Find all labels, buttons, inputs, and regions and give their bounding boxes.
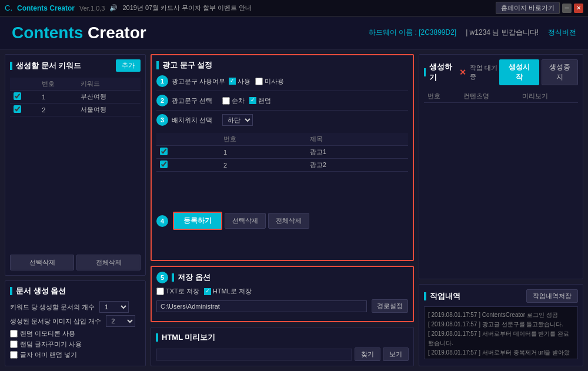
save-options-title: 저장 옵션 [172, 272, 211, 283]
ad-use-option[interactable]: 사용 [229, 77, 250, 86]
log-entry-3: [ 2019.08.01.17:57 ] 서버로부터 데이터를 받기를 완료했습… [428, 329, 574, 348]
keyword-col-no: 번호 [38, 78, 77, 91]
log-entry-4: [ 2019.08.01.17:57 ] 서버로부터 중복제거 url을 받아왔… [428, 348, 574, 359]
ad-list-table: 번호 제목 1 광고1 2 광고2 [156, 133, 408, 172]
header-logo: Contents Creator [12, 24, 146, 42]
log-entry-1: [ 2019.08.01.17:57 ] ContentsCreator 로그인… [428, 310, 574, 320]
ad-random-option[interactable]: 랜덤 [249, 96, 271, 105]
ad-usage-options: 사용 미사용 [229, 77, 284, 86]
logo-creator: Creator [83, 24, 146, 42]
log-title: 작업내역 [424, 291, 460, 302]
right-panel: 생성하기 ✕ 작업 대기중 생성시작 생성중지 번호 컨텐츠명 미리보기 [419, 54, 583, 366]
logo-contents: Contents [12, 24, 83, 42]
announcement-text: 2019년 07월 카드사 무이자 할부 이벤트 안내 [122, 4, 252, 12]
home-button[interactable]: 홈페이지 바로가기 [496, 2, 560, 14]
keyword-action-buttons: 선택삭제 전체삭제 [10, 250, 141, 270]
image-count-select[interactable]: 123 [106, 315, 135, 327]
generate-header: 생성하기 ✕ 작업 대기중 생성시작 생성중지 [424, 59, 578, 85]
ad-position-select[interactable]: 하단 상단 중간 [222, 114, 253, 126]
ad-delete-selected[interactable]: 선택삭제 [225, 213, 266, 229]
hardware-label: 하드웨어 이름 : [2C3899D2] [369, 28, 456, 38]
random-emoticon-check[interactable] [10, 330, 18, 337]
log-save-button[interactable]: 작업내역저장 [526, 289, 578, 303]
log-content: [ 2019.08.01.17:57 ] ContentsCreator 로그인… [424, 306, 578, 359]
log-section: 작업내역 작업내역저장 [ 2019.08.01.17:57 ] Content… [419, 284, 583, 366]
keywords-title: 생성할 문서 키워드 [10, 61, 81, 71]
keyword-no-1: 1 [38, 91, 77, 103]
ad-title-2: 광고2 [306, 159, 408, 172]
ad-settings-title: 광고 문구 설정 [156, 60, 408, 71]
ad-usage-row: 1 광고문구 사용여부 사용 미사용 [156, 75, 408, 91]
generate-stop-button[interactable]: 생성중지 [542, 59, 578, 85]
ad-position-row: 3 배치위치 선택 하단 상단 중간 [156, 114, 408, 129]
user-greeting: | w1234 님 반갑습니다! [466, 28, 539, 38]
license-badge: 정식버전 [548, 28, 576, 38]
table-row: 1 광고1 [156, 146, 408, 159]
gen-col-name: 컨텐츠명 [460, 90, 519, 103]
html-preview-section: HTML 미리보기 찾기 보기 [151, 327, 414, 366]
register-button[interactable]: 등록하기 [173, 212, 222, 230]
num-badge-2: 2 [156, 95, 168, 106]
html-preview-input[interactable] [156, 349, 352, 360]
titlebar-left: C. Contents Creator Ver.1,0,3 🔊 2019년 07… [5, 4, 252, 12]
generate-section: 생성하기 ✕ 작업 대기중 생성시작 생성중지 번호 컨텐츠명 미리보기 [419, 54, 583, 279]
save-html-option[interactable]: HTML로 저장 [204, 287, 252, 296]
keyword-check-2[interactable] [14, 105, 21, 113]
keyword-delete-all[interactable]: 전체삭제 [76, 255, 141, 270]
doc-options-section: 문서 생성 옵션 키워드 당 생성할 문서의 개수 123 생성된 문서당 이미… [5, 280, 146, 366]
generate-title: 생성하기 ✕ 작업 대기중 [424, 62, 499, 83]
ad-settings-section: 광고 문구 설정 1 광고문구 사용여부 사용 미사용 2 [151, 54, 414, 261]
close-button[interactable]: ✕ [574, 4, 583, 13]
ad-col-no: 번호 [220, 133, 306, 146]
add-keyword-button[interactable]: 추가 [116, 59, 141, 72]
ad-check-1[interactable] [160, 148, 168, 155]
save-path-input[interactable]: C:\Users\Administrat [156, 300, 367, 312]
html-preview-input-row: 찾기 보기 [156, 347, 409, 361]
random-font-option[interactable]: 랜덤 글자꾸미기 사용 [10, 340, 141, 349]
ad-sequential-option[interactable]: 순차 [222, 96, 245, 105]
minimize-button[interactable]: ─ [562, 4, 572, 13]
random-ending-check[interactable] [10, 351, 18, 359]
app-version: Ver.1,0,3 [79, 5, 105, 12]
random-font-check[interactable] [10, 340, 18, 348]
find-button[interactable]: 찾기 [355, 347, 380, 361]
ad-delete-all[interactable]: 전체삭제 [268, 213, 309, 229]
path-setting-button[interactable]: 경로설정 [372, 299, 408, 313]
ad-no-1: 1 [220, 146, 306, 159]
titlebar-controls: 홈페이지 바로가기 ─ ✕ [496, 2, 583, 14]
ad-select-row: 2 광고문구 선택 순차 랜덤 [156, 95, 408, 111]
keyword-table: 번호 키워드 1 부산여행 2 서울여행 [10, 78, 141, 116]
keyword-check-1[interactable] [14, 92, 21, 100]
left-panel: 생성할 문서 키워드 추가 번호 키워드 1 부산여행 [5, 54, 146, 366]
generate-status: 작업 대기중 [470, 63, 499, 81]
doc-count-row: 키워드 당 생성할 문서의 개수 123 [10, 301, 141, 313]
table-row: 1 부산여행 [10, 91, 141, 103]
table-row: 2 서울여행 [10, 103, 141, 116]
random-ending-option[interactable]: 글자 어미 랜덤 넣기 [10, 350, 141, 359]
ad-nouse-option[interactable]: 미사용 [255, 77, 284, 86]
main-content: 생성할 문서 키워드 추가 번호 키워드 1 부산여행 [0, 49, 588, 371]
middle-panel: 광고 문구 설정 1 광고문구 사용여부 사용 미사용 2 [151, 54, 414, 366]
ad-col-title: 제목 [306, 133, 408, 146]
log-entry-2: [ 2019.08.01.17:57 ] 광고글 선문구를 들고왔습니다. [428, 320, 574, 329]
keyword-col-check [10, 78, 38, 91]
header-right: 하드웨어 이름 : [2C3899D2] | w1234 님 반갑습니다! 정식… [369, 28, 576, 38]
keyword-delete-selected[interactable]: 선택삭제 [10, 255, 74, 270]
html-preview-title: HTML 미리보기 [156, 332, 409, 343]
x-status-icon: ✕ [459, 68, 466, 77]
save-options-section: 5 저장 옵션 TXT로 저장 HTML로 저장 C:\Users\Admini… [151, 266, 414, 322]
ad-check-2[interactable] [160, 161, 168, 168]
speaker-icon: 🔊 [109, 4, 118, 12]
titlebar: C. Contents Creator Ver.1,0,3 🔊 2019년 07… [0, 0, 588, 16]
num-badge-1: 1 [156, 75, 168, 87]
view-button[interactable]: 보기 [383, 347, 409, 361]
doc-count-select[interactable]: 123 [99, 301, 129, 313]
save-txt-option[interactable]: TXT로 저장 [156, 287, 199, 296]
random-emoticon-option[interactable]: 랜덤 이모티콘 사용 [10, 329, 141, 338]
titlebar-app-name: Contents Creator [17, 4, 75, 12]
generate-buttons: 생성시작 생성중지 [499, 59, 578, 85]
generate-table: 번호 컨텐츠명 미리보기 [424, 90, 578, 103]
generate-start-button[interactable]: 생성시작 [499, 59, 539, 85]
ad-title-1: 광고1 [306, 146, 408, 159]
gen-col-preview: 미리보기 [519, 90, 578, 103]
